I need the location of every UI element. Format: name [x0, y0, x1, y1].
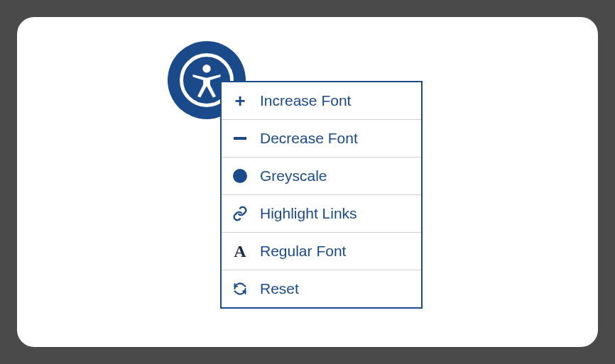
menu-item-increase-font[interactable]: + Increase Font: [222, 82, 421, 120]
plus-icon: +: [232, 92, 249, 109]
menu-item-greyscale[interactable]: Greyscale: [222, 158, 421, 195]
menu-item-label: Highlight Links: [260, 205, 357, 222]
menu-item-label: Greyscale: [260, 167, 327, 184]
font-icon: A: [232, 243, 249, 260]
minus-icon: [232, 130, 249, 147]
menu-item-label: Decrease Font: [260, 130, 358, 147]
circle-icon: [232, 167, 249, 184]
menu-item-label: Increase Font: [260, 92, 351, 109]
menu-item-label: Reset: [260, 280, 299, 297]
menu-item-highlight-links[interactable]: Highlight Links: [222, 195, 421, 233]
menu-item-regular-font[interactable]: A Regular Font: [222, 233, 421, 270]
refresh-icon: [232, 280, 249, 297]
accessibility-menu: + Increase Font Decrease Font Greyscale …: [220, 81, 423, 309]
svg-point-0: [202, 65, 210, 72]
link-icon: [232, 205, 249, 222]
menu-item-reset[interactable]: Reset: [222, 270, 421, 307]
menu-item-label: Regular Font: [260, 243, 346, 260]
menu-item-decrease-font[interactable]: Decrease Font: [222, 120, 421, 158]
content-panel: + Increase Font Decrease Font Greyscale …: [17, 17, 598, 347]
